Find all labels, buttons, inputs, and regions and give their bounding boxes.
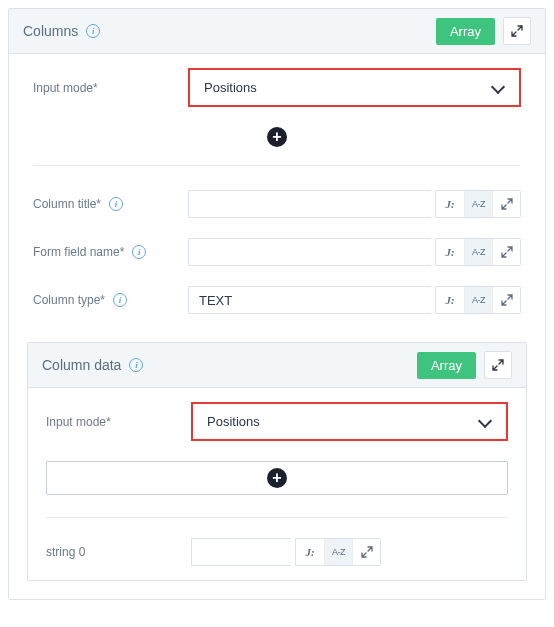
info-icon[interactable]: i — [113, 293, 127, 307]
column-title-control: J: A-Z — [188, 190, 521, 218]
info-icon[interactable]: i — [132, 245, 146, 259]
string-0-row: string 0 J: A-Z — [46, 538, 508, 566]
expand-button[interactable] — [484, 351, 512, 379]
expand-icon — [492, 359, 504, 371]
input-addons: J: A-Z — [435, 238, 521, 266]
column-title-row: Column title* i J: A-Z — [33, 190, 521, 218]
nested-input-mode-control: Positions — [191, 402, 508, 441]
json-mode-button[interactable]: J: — [436, 239, 464, 265]
az-button[interactable]: A-Z — [464, 239, 492, 265]
column-data-header: Column data i Array — [28, 343, 526, 388]
az-button[interactable]: A-Z — [464, 191, 492, 217]
input-addons: J: A-Z — [435, 190, 521, 218]
input-addons: J: A-Z — [295, 538, 381, 566]
column-type-control: J: A-Z — [188, 286, 521, 314]
nested-input-mode-value: Positions — [207, 414, 478, 429]
column-data-title: Column data — [42, 357, 121, 373]
info-icon[interactable]: i — [109, 197, 123, 211]
input-mode-value: Positions — [204, 80, 491, 95]
string-0-input[interactable] — [191, 538, 291, 566]
chevron-down-icon — [478, 418, 492, 426]
nested-input-mode-label: Input mode* — [46, 415, 191, 429]
expand-icon — [501, 294, 513, 306]
plus-icon — [267, 127, 287, 147]
column-type-label: Column type* i — [33, 293, 188, 307]
input-addons: J: A-Z — [435, 286, 521, 314]
divider — [46, 517, 508, 518]
input-mode-label: Input mode* — [33, 81, 188, 95]
nested-input-mode-row: Input mode* Positions — [46, 402, 508, 441]
form-field-name-label: Form field name* i — [33, 245, 188, 259]
string-0-label: string 0 — [46, 545, 191, 559]
string-0-control: J: A-Z — [191, 538, 381, 566]
column-data-panel: Column data i Array Input mode* Position… — [27, 342, 527, 581]
column-title-label: Column title* i — [33, 197, 188, 211]
nested-panel-wrap: Column data i Array Input mode* Position… — [9, 342, 545, 599]
columns-panel: Columns i Array Input mode* Positions — [8, 8, 546, 600]
column-type-input[interactable] — [188, 286, 431, 314]
divider — [33, 165, 521, 166]
column-data-body: Input mode* Positions string 0 — [28, 388, 526, 580]
expand-icon — [501, 198, 513, 210]
expand-icon — [361, 546, 373, 558]
column-type-label-text: Column type* — [33, 293, 105, 307]
column-title-label-text: Column title* — [33, 197, 101, 211]
form-field-name-control: J: A-Z — [188, 238, 521, 266]
column-title-input[interactable] — [188, 190, 431, 218]
form-field-name-input[interactable] — [188, 238, 431, 266]
array-button[interactable]: Array — [436, 18, 495, 45]
expand-input-button[interactable] — [492, 191, 520, 217]
expand-input-button[interactable] — [492, 287, 520, 313]
input-mode-select[interactable]: Positions — [188, 68, 521, 107]
json-mode-button[interactable]: J: — [436, 191, 464, 217]
json-mode-button[interactable]: J: — [436, 287, 464, 313]
expand-input-button[interactable] — [352, 539, 380, 565]
form-field-name-label-text: Form field name* — [33, 245, 124, 259]
nested-input-mode-select[interactable]: Positions — [191, 402, 508, 441]
nested-add-button[interactable] — [46, 461, 508, 495]
nested-add-row — [46, 461, 508, 495]
expand-icon — [501, 246, 513, 258]
add-row — [33, 127, 521, 147]
column-type-row: Column type* i J: A-Z — [33, 286, 521, 314]
chevron-down-icon — [491, 84, 505, 92]
az-button[interactable]: A-Z — [324, 539, 352, 565]
plus-icon — [267, 468, 287, 488]
info-icon[interactable]: i — [129, 358, 143, 372]
columns-title: Columns — [23, 23, 78, 39]
columns-panel-body: Input mode* Positions Column title* i — [9, 54, 545, 342]
add-button[interactable] — [267, 127, 287, 147]
expand-button[interactable] — [503, 17, 531, 45]
columns-panel-header: Columns i Array — [9, 9, 545, 54]
az-button[interactable]: A-Z — [464, 287, 492, 313]
input-mode-row: Input mode* Positions — [33, 68, 521, 107]
info-icon[interactable]: i — [86, 24, 100, 38]
expand-icon — [511, 25, 523, 37]
expand-input-button[interactable] — [492, 239, 520, 265]
input-mode-control: Positions — [188, 68, 521, 107]
json-mode-button[interactable]: J: — [296, 539, 324, 565]
array-button[interactable]: Array — [417, 352, 476, 379]
form-field-name-row: Form field name* i J: A-Z — [33, 238, 521, 266]
